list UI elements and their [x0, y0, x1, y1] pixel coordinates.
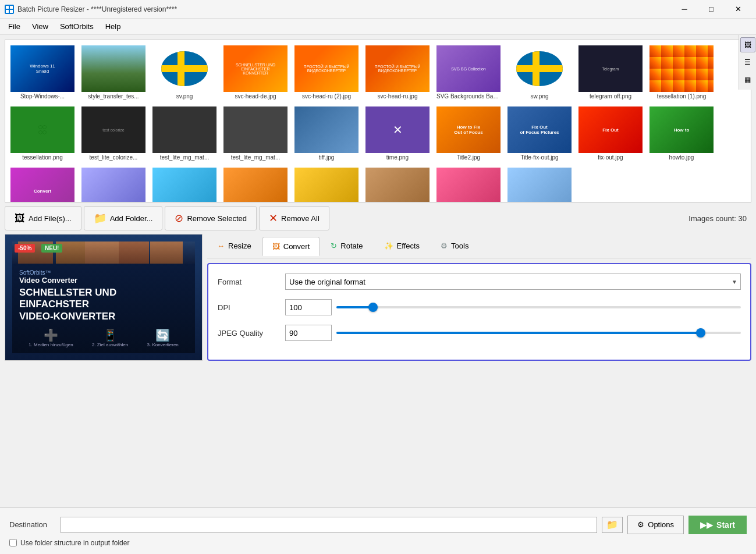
thumbnail	[294, 168, 359, 202]
list-item[interactable]: SCHNELLSTER UNDEINFACHSTERKONVERTER svc-…	[221, 42, 290, 102]
thumbnail	[81, 168, 145, 202]
list-item[interactable]: test_lite_mg_mat...	[150, 104, 219, 164]
dpi-slider-thumb[interactable]	[368, 303, 378, 312]
image-grid: Windows 11Shield Stop-Windows-... style_…	[5, 40, 743, 202]
dpi-row: DPI	[218, 299, 741, 315]
tab-resize[interactable]: ↔ Resize	[207, 236, 261, 255]
list-item[interactable]: img4.jpg	[79, 165, 148, 202]
titlebar: Batch Picture Resizer - ****Unregistered…	[0, 0, 756, 19]
image-filename: tiff.jpg	[319, 154, 335, 161]
menu-file[interactable]: File	[2, 20, 26, 33]
list-item[interactable]: img10.jpg	[505, 165, 574, 202]
thumbnail: ✕	[365, 106, 430, 153]
tab-convert[interactable]: 🖼 Convert	[262, 237, 320, 256]
start-button[interactable]: ▶▶ Start	[688, 516, 747, 534]
list-item[interactable]: img6.jpg	[221, 165, 290, 202]
svg-rect-1	[6, 6, 9, 9]
options-button[interactable]: ⚙ Options	[627, 516, 684, 534]
thumbnail	[507, 168, 572, 202]
add-folder-icon: 📁	[94, 212, 107, 225]
dpi-control	[285, 299, 741, 315]
tools-icon: ⚙	[441, 242, 448, 250]
dpi-input[interactable]	[285, 299, 332, 315]
destination-input[interactable]	[61, 517, 597, 533]
add-folder-button[interactable]: 📁 Add Folder...	[84, 206, 163, 230]
format-label: Format	[218, 278, 276, 286]
list-item[interactable]: Fix Out fix-out.jpg	[576, 104, 645, 164]
list-item[interactable]: ПРОСТОЙ И БЫСТРЫЙВИДЕОКОНВЕРТЕР svc-head…	[363, 42, 432, 102]
sidebar-list-view-button[interactable]: ☰	[740, 55, 755, 70]
list-item[interactable]: ⬡⬡⬡⬡ tessellation.png	[8, 104, 77, 164]
image-filename: tessellation.png	[22, 154, 63, 161]
list-item[interactable]: test colorize test_lite_colorize...	[79, 104, 148, 164]
window-controls: ─ □ ✕	[671, 0, 751, 19]
list-item[interactable]: How to howto.jpg	[647, 104, 716, 164]
minimize-button[interactable]: ─	[671, 0, 698, 19]
destination-folder-button[interactable]: 📁	[602, 517, 623, 533]
bottom-row2: Use folder structure in output folder	[9, 539, 747, 547]
remove-all-button[interactable]: ✕ Remove All	[259, 206, 329, 230]
thumbnail: How to	[649, 106, 714, 153]
list-item[interactable]: SVG BG Collection SVG Backgrounds Backgr…	[434, 42, 503, 102]
sidebar-grid-view-button[interactable]: ▦	[740, 72, 755, 87]
neue-badge: NEU!	[41, 244, 62, 253]
jpeg-quality-input[interactable]	[285, 325, 332, 341]
remove-selected-button[interactable]: ⊘ Remove Selected	[165, 206, 257, 230]
thumbnail: ПРОСТОЙ И БЫСТРЫЙВИДЕОКОНВЕРТЕР	[294, 45, 359, 92]
sidebar-thumbnail-view-button[interactable]: 🖼	[740, 37, 755, 52]
list-item[interactable]: Fix Outof Focus Pictures Title-fix-out.j…	[505, 104, 574, 164]
maximize-button[interactable]: □	[698, 0, 725, 19]
image-filename: test_lite_colorize...	[90, 154, 138, 161]
list-item[interactable]: How to FixOut of Focus Title2.jpg	[434, 104, 503, 164]
tab-effects[interactable]: ✨ Effects	[374, 236, 430, 255]
thumbnail: SCHNELLSTER UNDEINFACHSTERKONVERTER	[223, 45, 288, 92]
thumbnail: Windows 11Shield	[10, 45, 74, 92]
start-label: Start	[716, 520, 735, 530]
add-files-button[interactable]: 🖼 Add File(s)...	[5, 206, 81, 230]
list-item[interactable]: style_transfer_tes...	[79, 42, 148, 102]
image-filename: sv.png	[176, 93, 193, 100]
image-grid-scroll[interactable]: Windows 11Shield Stop-Windows-... style_…	[5, 40, 751, 202]
preview-panel: -50% NEU! SoftOrbits™ Video Converter SC…	[5, 234, 203, 361]
list-item[interactable]: sw.png	[505, 42, 574, 102]
menu-view[interactable]: View	[26, 20, 54, 33]
menu-help[interactable]: Help	[100, 20, 127, 33]
jpeg-quality-slider-thumb[interactable]	[696, 328, 705, 338]
format-select[interactable]: Use the original format JPEG PNG BMP TIF…	[285, 274, 741, 290]
list-item[interactable]: test_lite_mg_mat...	[221, 104, 290, 164]
list-item[interactable]: img5.jpg	[150, 165, 219, 202]
list-view-icon: ☰	[744, 58, 751, 66]
svg-rect-3	[6, 10, 9, 13]
list-item[interactable]: Windows 11Shield Stop-Windows-...	[8, 42, 77, 102]
list-item[interactable]: sv.png	[150, 42, 219, 102]
preview-image: -50% NEU! SoftOrbits™ Video Converter SC…	[5, 235, 202, 360]
thumbnail: Fix Outof Focus Pictures	[507, 106, 572, 153]
image-filename: test_lite_mg_mat...	[160, 154, 209, 161]
list-item[interactable]: tessellation (1).png	[647, 42, 716, 102]
thumbnail	[294, 106, 359, 153]
tab-rotate[interactable]: ↻ Rotate	[321, 236, 372, 255]
close-button[interactable]: ✕	[725, 0, 751, 19]
thumbnail: SVG BG Collection	[436, 45, 501, 92]
list-item[interactable]: Convert convert.jpg	[8, 165, 77, 202]
image-filename: style_transfer_tes...	[88, 93, 139, 100]
main-toolbar: 🖼 Add File(s)... 📁 Add Folder... ⊘ Remov…	[0, 203, 756, 234]
right-sidebar: 🖼 ☰ ▦	[739, 35, 756, 90]
list-item[interactable]: ПРОСТОЙ И БЫСТРЫЙВИДЕОКОНВЕРТЕР svc-head…	[292, 42, 361, 102]
image-filename: tessellation (1).png	[657, 93, 707, 100]
list-item[interactable]: ✕ time.png	[363, 104, 432, 164]
list-item[interactable]: tiff.jpg	[292, 104, 361, 164]
tab-tools[interactable]: ⚙ Tools	[431, 236, 478, 255]
folder-structure-checkbox[interactable]	[9, 539, 17, 546]
window-title: Batch Picture Resizer - ****Unregistered…	[17, 5, 671, 13]
right-panel: ↔ Resize 🖼 Convert ↻ Rotate ✨ Effects ⚙ …	[207, 234, 751, 361]
effects-icon: ✨	[384, 242, 393, 250]
format-select-wrapper: Use the original format JPEG PNG BMP TIF…	[285, 274, 741, 290]
convert-icon: 🖼	[272, 242, 280, 251]
list-item[interactable]: img9.jpg	[434, 165, 503, 202]
list-item[interactable]: Telegram telegram off.png	[576, 42, 645, 102]
preview-headline: SCHNELLSTER UND EINFACHSTER VIDEO-KONVER…	[19, 287, 188, 322]
menu-softorbits[interactable]: SoftOrbits	[54, 20, 100, 33]
list-item[interactable]: img8.jpg	[363, 165, 432, 202]
list-item[interactable]: img7.jpg	[292, 165, 361, 202]
